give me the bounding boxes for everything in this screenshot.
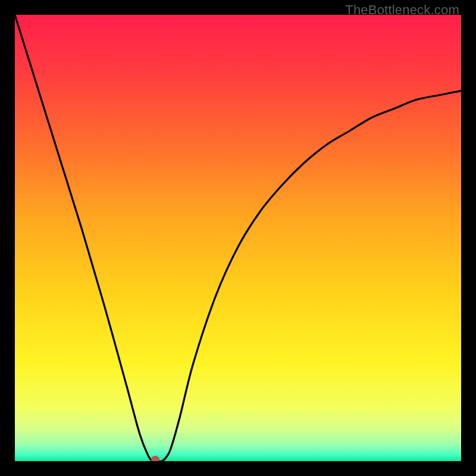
curve-layer <box>15 15 461 461</box>
plot-area <box>15 15 461 461</box>
minimum-marker-icon <box>151 456 159 461</box>
chart-frame: TheBottleneck.com <box>0 0 476 476</box>
bottleneck-curve <box>15 15 461 461</box>
